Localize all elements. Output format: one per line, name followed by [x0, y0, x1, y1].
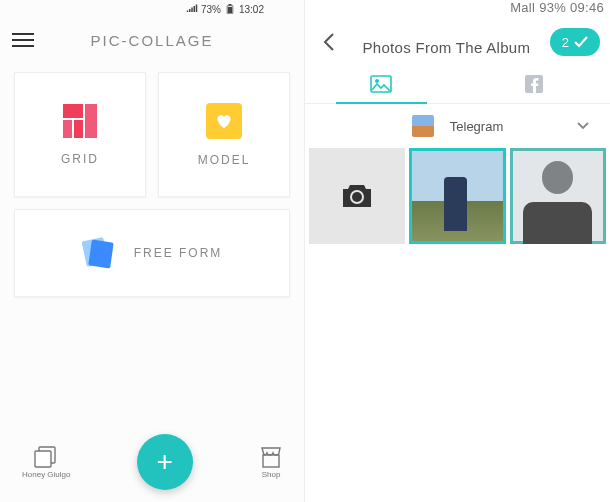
nav-gallery-label: Honey Giulgo — [22, 470, 70, 479]
model-mode-card[interactable]: MODEL — [158, 72, 290, 197]
model-mode-label: MODEL — [198, 153, 251, 167]
source-tabs — [305, 64, 610, 104]
tab-facebook[interactable] — [458, 64, 611, 103]
photo-picker-screen: Mall 93% 09:46 Photos From The Album 2 — [305, 0, 610, 502]
photo-grid — [305, 148, 610, 244]
freeform-mode-label: FREE FORM — [134, 246, 223, 260]
album-name: Telegram — [450, 119, 503, 134]
chevron-left-icon — [322, 32, 336, 52]
svg-point-14 — [352, 192, 362, 202]
status-bar-overlay: Mall 93% 09:46 — [510, 0, 604, 15]
menu-button[interactable] — [12, 33, 34, 47]
freeform-mode-card[interactable]: FREE FORM — [14, 209, 290, 297]
nav-shop-label: Shop — [262, 470, 281, 479]
svg-rect-5 — [63, 120, 72, 138]
battery-percent: 73% — [201, 4, 221, 15]
bottom-nav: Honey Giulgo + Shop — [0, 426, 305, 502]
status-time: 13:02 — [239, 4, 264, 15]
svg-point-11 — [375, 79, 379, 83]
chevron-down-icon — [576, 121, 590, 131]
svg-rect-3 — [63, 104, 83, 118]
grid-mode-card[interactable]: GRID — [14, 72, 146, 197]
stack-icon — [34, 446, 58, 468]
check-icon — [574, 36, 588, 48]
grid-icon — [63, 104, 97, 138]
mode-cards-row: GRID MODEL — [0, 62, 304, 207]
svg-rect-2 — [228, 7, 232, 13]
signal-icon — [186, 4, 198, 14]
nav-shop-button[interactable]: Shop — [259, 446, 283, 479]
photo-thumbnail-1[interactable] — [409, 148, 505, 244]
confirm-selection-button[interactable]: 2 — [550, 28, 600, 56]
app-title: PIC-COLLAGE — [34, 32, 292, 49]
grid-mode-label: GRID — [61, 152, 99, 166]
album-selector[interactable]: Telegram — [305, 104, 610, 148]
picker-title: Photos From The Album — [349, 39, 544, 56]
camera-icon — [340, 182, 374, 210]
svg-rect-9 — [263, 455, 279, 467]
nav-gallery-button[interactable]: Honey Giulgo — [22, 446, 70, 479]
camera-button[interactable] — [309, 148, 405, 244]
tab-gallery[interactable] — [305, 64, 458, 103]
shop-icon — [259, 446, 283, 468]
piccollage-home-screen: 73% 13:02 PIC-COLLAGE GRID MODEL — [0, 0, 305, 502]
photo-thumbnail-2[interactable] — [510, 148, 606, 244]
album-thumbnail — [412, 115, 434, 137]
svg-rect-8 — [35, 451, 51, 467]
svg-rect-1 — [229, 4, 232, 5]
facebook-icon — [525, 75, 543, 93]
battery-icon — [224, 4, 236, 14]
create-fab[interactable]: + — [137, 434, 193, 490]
svg-rect-6 — [74, 120, 83, 138]
selection-count: 2 — [562, 35, 569, 50]
svg-rect-4 — [85, 104, 97, 138]
freeform-icon — [82, 237, 114, 269]
plus-icon: + — [157, 448, 173, 476]
image-icon — [370, 75, 392, 93]
status-bar: 73% 13:02 — [0, 0, 304, 18]
heart-icon — [206, 103, 242, 139]
app-header: PIC-COLLAGE — [0, 18, 304, 62]
back-button[interactable] — [315, 28, 343, 56]
